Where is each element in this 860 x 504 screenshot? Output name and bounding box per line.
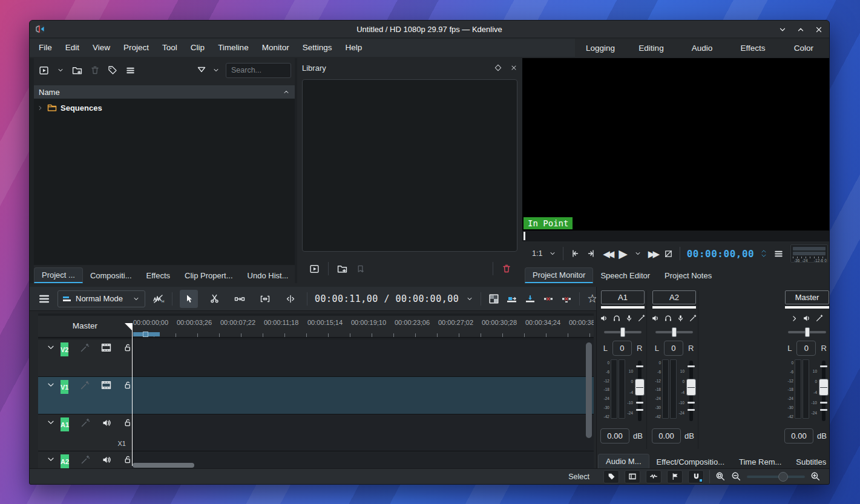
track-a1-header[interactable]: A1 X1 (38, 414, 132, 451)
track-v1-lane[interactable] (132, 377, 594, 414)
extract-zone-icon[interactable] (543, 294, 554, 304)
zoom-slider-handle[interactable] (778, 472, 788, 482)
overwrite-zone-icon[interactable] (525, 294, 536, 304)
pan-slider[interactable] (655, 327, 693, 337)
collapse-chevron-icon[interactable] (47, 381, 55, 389)
monitor-seekbar[interactable] (522, 231, 830, 241)
gain-input[interactable]: 0.00 (652, 428, 681, 443)
record-mic-icon[interactable] (625, 314, 633, 322)
pan-value[interactable]: 0 (796, 341, 816, 356)
strip-name-button[interactable]: A1 (601, 290, 645, 304)
track-v2-header[interactable]: V2 (38, 339, 132, 377)
mute-icon[interactable] (651, 314, 660, 322)
menu-view[interactable]: View (86, 39, 117, 57)
insert-zone-icon[interactable] (507, 294, 517, 304)
ripple-tool-button[interactable] (256, 290, 274, 308)
volume-fader[interactable] (686, 359, 697, 422)
set-in-point-icon[interactable] (570, 249, 580, 258)
mixed-preview-icon[interactable] (488, 293, 499, 304)
track-target-badge[interactable]: V1 (61, 380, 68, 394)
close-icon[interactable] (815, 25, 823, 34)
show-thumbnails-icon[interactable] (101, 343, 111, 352)
show-video-thumbnails-toggle[interactable] (625, 470, 640, 483)
titlebar[interactable]: Untitled / HD 1080p 29.97 fps — Kdenlive (30, 21, 829, 38)
edit-mode-select[interactable]: Normal Mode (57, 290, 145, 307)
tab-time-remapping[interactable]: Time Rem... (732, 455, 789, 470)
bin-tree[interactable]: Sequences (34, 99, 295, 265)
tab-clip-properties[interactable]: Clip Propert... (177, 269, 240, 283)
tab-effects[interactable]: Effects (139, 269, 178, 283)
forward-icon[interactable]: ▶▶ (648, 249, 657, 258)
play-chevron-icon[interactable] (634, 250, 642, 257)
lock-icon[interactable] (123, 343, 132, 352)
master-track-button[interactable]: Master (38, 316, 132, 338)
menu-file[interactable]: File (32, 39, 59, 57)
close-panel-icon[interactable] (510, 64, 517, 71)
workspace-tab-logging[interactable]: Logging (575, 39, 626, 57)
select-tool-button[interactable] (180, 290, 198, 308)
fader-handle[interactable] (635, 379, 645, 396)
tab-project-monitor[interactable]: Project Monitor (525, 267, 593, 283)
add-clip-menu-chevron-icon[interactable] (57, 67, 64, 74)
play-icon[interactable]: ▶ (619, 248, 628, 260)
add-bookmark-icon[interactable] (356, 264, 365, 273)
tab-effect-composition-stack[interactable]: Effect/Compositio... (649, 455, 732, 470)
effects-wand-icon[interactable] (80, 343, 90, 353)
gain-input[interactable]: 0.00 (784, 428, 813, 443)
lock-icon[interactable] (123, 381, 132, 390)
menu-project[interactable]: Project (117, 39, 156, 57)
timecode-spinner[interactable] (761, 249, 767, 258)
tag-icon[interactable] (108, 65, 117, 75)
collapse-chevron-icon[interactable] (47, 455, 55, 463)
collapse-strip-chevron-icon[interactable] (790, 315, 798, 322)
strip-effects-icon[interactable] (689, 314, 697, 322)
mute-icon[interactable] (600, 314, 608, 322)
solo-headphones-icon[interactable] (664, 314, 672, 322)
scrollbar-thumb[interactable] (586, 342, 592, 438)
menu-settings[interactable]: Settings (296, 39, 339, 57)
strip-effects-icon[interactable] (637, 314, 646, 322)
monitor-menu-icon[interactable] (773, 249, 784, 259)
monitor-zoom-level[interactable]: 1:1 (532, 249, 542, 258)
solo-headphones-icon[interactable] (612, 314, 621, 322)
tab-project-notes[interactable]: Project Notes (657, 269, 719, 283)
pan-value[interactable]: 0 (612, 341, 632, 356)
snap-markers-toggle[interactable] (667, 470, 683, 483)
menu-help[interactable]: Help (338, 39, 369, 57)
float-panel-icon[interactable] (494, 64, 502, 71)
tab-subtitles[interactable]: Subtitles (789, 455, 830, 470)
track-a2-lane[interactable] (132, 451, 594, 470)
mute-icon[interactable] (803, 314, 811, 322)
zoom-out-icon[interactable] (731, 471, 741, 482)
monitor-timecode[interactable]: 00:00:00,00 (687, 248, 754, 260)
timeline-vertical-scrollbar[interactable] (585, 341, 592, 465)
library-delete-icon[interactable] (502, 264, 511, 273)
zone-grip[interactable] (143, 332, 148, 337)
strip-name-button[interactable]: Master (785, 290, 829, 304)
pan-slider[interactable] (788, 327, 826, 337)
sort-chevron-icon[interactable] (283, 88, 290, 96)
lift-zone-icon[interactable] (561, 294, 572, 304)
set-out-point-icon[interactable] (586, 249, 596, 258)
timeline-horizontal-scrollbar[interactable] (133, 463, 194, 468)
bin-item-sequences[interactable]: Sequences (34, 101, 295, 114)
bin-column-header[interactable]: Name (34, 85, 295, 99)
timeline[interactable]: Master 00:00:00;00 00:00:03;26 00:00:07;… (38, 313, 594, 470)
menu-timeline[interactable]: Timeline (211, 39, 255, 57)
show-thumbnails-icon[interactable] (101, 381, 111, 390)
playhead-line[interactable] (132, 328, 133, 466)
zoom-chevron-icon[interactable] (549, 250, 556, 257)
add-clip-icon[interactable] (39, 65, 49, 76)
timeline-zoom-slider[interactable] (747, 472, 805, 482)
show-markers-toggle[interactable] (603, 470, 619, 483)
razor-tool-button[interactable] (205, 290, 223, 308)
track-a2-header[interactable]: A2 (38, 451, 132, 470)
create-folder-icon[interactable] (72, 65, 82, 76)
collapse-chevron-icon[interactable] (47, 418, 55, 427)
fader-handle[interactable] (819, 379, 829, 396)
workspace-tab-editing[interactable]: Editing (626, 39, 677, 57)
snap-magnet-toggle[interactable] (688, 470, 704, 483)
zoom-fit-icon[interactable] (715, 471, 726, 482)
spacer-tool-button[interactable] (231, 290, 249, 308)
rewind-icon[interactable]: ◀◀ (603, 249, 612, 258)
